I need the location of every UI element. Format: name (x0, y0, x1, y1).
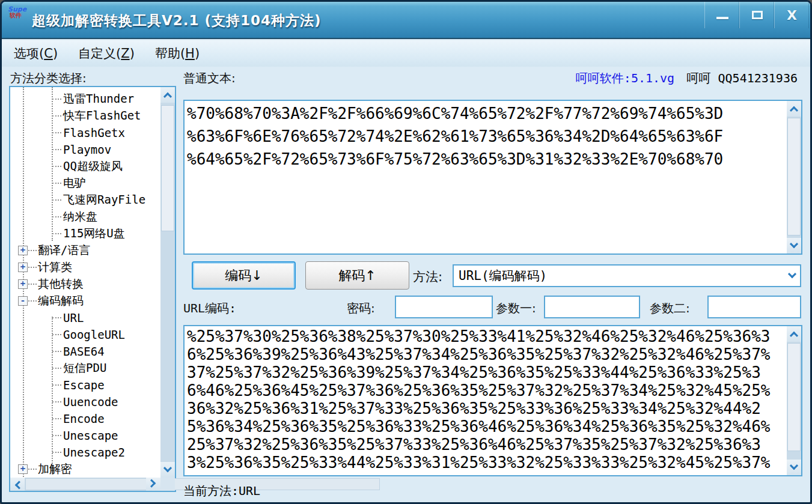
tree-item-label: 其他转换 (38, 276, 84, 292)
tree-item-label: GoogleURL (63, 328, 125, 341)
tree-item[interactable]: +翻译/语言 (10, 242, 160, 259)
scroll-down-button[interactable] (787, 460, 801, 475)
tree-item-label: 飞速网RayFile (63, 192, 145, 208)
url-encoded-label: URL编码: (183, 300, 236, 317)
credit-line: 呵呵软件:5.1.vg 呵呵 QQ541231936 (576, 70, 798, 87)
tree-item[interactable]: FlashGetx (10, 124, 160, 141)
maximize-button[interactable] (739, 2, 774, 28)
password-label: 密码: (347, 300, 375, 317)
menu-bar: 选项(C) 自定义(Z) 帮助(H) (2, 40, 810, 67)
plain-text-content[interactable]: %70%68%70%3A%2F%2F%66%69%6C%74%65%72%2F%… (187, 102, 786, 252)
tree-item-label: Playmov (63, 143, 111, 156)
method-category-label: 方法分类选择: (10, 70, 87, 87)
scroll-up-button[interactable] (787, 326, 801, 342)
scroll-left-button[interactable] (10, 478, 25, 491)
param1-field[interactable] (544, 296, 640, 318)
tree-expander-icon[interactable]: - (18, 296, 28, 306)
method-dropdown[interactable]: URL(编码解码) (453, 264, 801, 287)
tree-item[interactable]: Encode (10, 410, 160, 427)
credit-qq-text: 呵呵 QQ541231936 (687, 71, 798, 85)
software-link[interactable]: 呵呵软件:5.1.vg (576, 71, 674, 85)
tree-expander-icon[interactable]: + (18, 464, 28, 474)
scroll-down-button[interactable] (787, 238, 801, 254)
method-tree-panel: 迅雷Thunder快车FlashGetFlashGetxPlaymovQQ超级旋… (9, 86, 176, 492)
minimize-button[interactable] (704, 2, 739, 28)
param2-field[interactable] (707, 296, 801, 318)
tree-item-label: FlashGetx (63, 126, 125, 139)
tree-item-label: 编码解码 (38, 293, 84, 309)
tree-item[interactable]: BASE64 (10, 343, 160, 360)
plain-text-scrollbar[interactable] (787, 101, 801, 254)
tree-item[interactable]: QQ超级旋风 (10, 158, 160, 175)
encode-button[interactable]: 编码↓ (192, 261, 296, 290)
method-selected-value: URL(编码解码) (454, 267, 547, 284)
tree-item[interactable]: 迅雷Thunder (10, 91, 160, 108)
tree-item[interactable]: Playmov (10, 141, 160, 158)
chevron-down-icon (790, 240, 798, 248)
decode-button[interactable]: 解码↑ (305, 261, 409, 290)
scroll-right-button[interactable] (146, 478, 160, 491)
tree-item[interactable]: GoogleURL (10, 326, 160, 343)
tree-expander-icon[interactable]: + (18, 263, 28, 272)
url-encoded-content[interactable]: %25%37%30%25%36%38%25%37%30%25%33%41%25%… (187, 327, 771, 474)
current-method-status: 当前方法:URL (183, 483, 260, 499)
tree-vertical-scrollbar[interactable] (160, 87, 175, 491)
tree-item-label: Uuencode (63, 395, 118, 408)
chevron-right-icon (147, 479, 156, 488)
maximize-icon (752, 11, 763, 19)
window-title: 超级加解密转换工具V2.1 (支持104种方法) (32, 11, 322, 30)
method-tree: 迅雷Thunder快车FlashGetFlashGetxPlaymovQQ超级旋… (10, 87, 160, 478)
menu-help[interactable]: 帮助(H) (147, 43, 208, 64)
titlebar[interactable]: Supe 软件 超级加解密转换工具V2.1 (支持104种方法) X (2, 2, 810, 39)
tree-item[interactable]: 电驴 (10, 175, 160, 192)
param1-label: 参数一: (496, 300, 536, 317)
tree-item[interactable]: 短信PDU (10, 360, 160, 377)
tree-expander-icon[interactable]: + (18, 246, 28, 255)
tree-item-label: BASE64 (63, 345, 105, 358)
plain-text-label: 普通文本: (183, 70, 236, 87)
password-field[interactable] (395, 296, 493, 318)
chevron-down-icon (163, 464, 172, 472)
tree-item[interactable]: 115网络U盘 (10, 225, 160, 242)
tree-item-label: Escape (63, 378, 105, 392)
tree-item[interactable]: 纳米盘 (10, 208, 160, 225)
scroll-up-button[interactable] (160, 87, 175, 103)
menu-custom[interactable]: 自定义(Z) (70, 43, 143, 64)
tree-item-label: 加解密 (38, 461, 72, 477)
output-scrollbar[interactable] (787, 326, 801, 475)
minimize-icon (716, 17, 728, 19)
tree-item[interactable]: Unescape2 (10, 444, 160, 461)
tree-item[interactable]: +计算类 (10, 259, 160, 276)
close-button[interactable]: X (774, 2, 809, 28)
tree-item-label: Encode (63, 412, 105, 425)
tree-horizontal-scrollbar[interactable] (10, 478, 160, 491)
scrollbar-thumb[interactable] (161, 105, 174, 231)
tree-item[interactable]: -编码解码 (10, 293, 160, 309)
chevron-up-icon (790, 106, 798, 115)
plain-text-area[interactable]: %70%68%70%3A%2F%2F%66%69%6C%74%65%72%2F%… (183, 100, 802, 255)
menu-options[interactable]: 选项(C) (5, 43, 66, 64)
tree-item[interactable]: Escape (10, 377, 160, 393)
scroll-down-button[interactable] (160, 462, 175, 478)
tree-item[interactable]: Uuencode (10, 393, 160, 410)
chevron-down-icon (788, 270, 796, 278)
tree-item[interactable]: +其他转换 (10, 276, 160, 293)
tree-item-label: 翻译/语言 (38, 243, 90, 258)
close-icon: X (787, 8, 797, 23)
app-icon-text2: 软件 (10, 13, 22, 19)
tree-expander-icon[interactable]: + (18, 279, 28, 289)
scrollbar-corner (160, 478, 175, 491)
tree-item-label: 计算类 (38, 260, 72, 275)
tree-item[interactable]: 快车FlashGet (10, 108, 160, 124)
scrollbar-thumb[interactable] (787, 343, 801, 451)
tree-item-label: 短信PDU (63, 360, 106, 376)
tree-item[interactable]: Unescape (10, 427, 160, 444)
tree-item-label: 快车FlashGet (63, 108, 141, 124)
tree-item[interactable]: URL (10, 309, 160, 326)
scrollbar-thumb[interactable] (787, 118, 801, 235)
scroll-up-button[interactable] (787, 101, 801, 117)
tree-item[interactable]: +加解密 (10, 461, 160, 478)
url-encoded-area[interactable]: %25%37%30%25%36%38%25%37%30%25%33%41%25%… (183, 325, 802, 476)
chevron-up-icon (790, 332, 798, 340)
tree-item[interactable]: 飞速网RayFile (10, 192, 160, 208)
